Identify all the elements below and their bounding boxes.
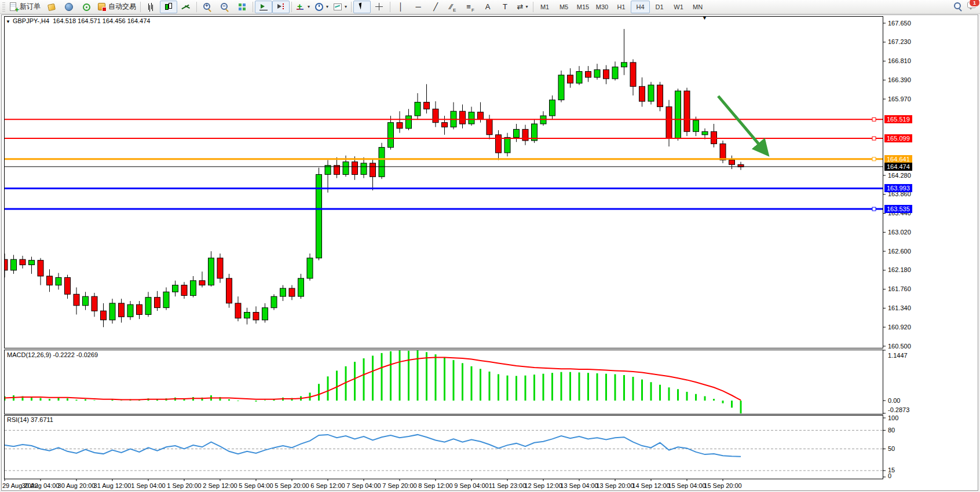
rsi-panel[interactable]: [5, 416, 883, 479]
date-label: 12 Sep 12:00: [524, 482, 562, 490]
date-label: 5 Sep 20:00: [275, 482, 309, 490]
date-label: 2 Sep 12:00: [203, 482, 237, 490]
price-tick-label: 162.600: [888, 248, 911, 255]
date-label: 30 Aug 04:00: [22, 482, 60, 490]
price-tick-label: 161.760: [888, 285, 911, 293]
macd-max-label: 1.1447: [888, 352, 908, 359]
date-label: 1 Sep 20:00: [167, 482, 201, 490]
rsi-tick-label: 100: [888, 414, 898, 422]
price-level-badge: 164.641: [884, 155, 912, 163]
date-label: 11 Sep 23:00: [489, 482, 526, 490]
date-label: 13 Sep 20:00: [596, 482, 634, 490]
macd-zero-label: 0.00: [888, 397, 900, 405]
price-tick-label: 164.280: [888, 172, 911, 179]
date-label: 14 Sep 12:00: [632, 482, 670, 490]
date-label: 15 Sep 04:00: [668, 482, 705, 490]
date-label: 5 Sep 04:00: [239, 482, 273, 490]
date-label: 15 Sep 20:00: [704, 482, 741, 490]
ohlc-values: 164.518 164.571 164.456 164.474: [53, 17, 150, 24]
rsi-indicator-label: RSI(14) 37.6711: [7, 416, 53, 424]
price-tick-label: 167.230: [888, 38, 911, 46]
date-label: 8 Sep 12:00: [418, 482, 452, 490]
date-label: 30 Aug 20:00: [58, 482, 96, 490]
current-price-badge: 164.474: [884, 163, 912, 171]
chart-canvas[interactable]: [0, 0, 980, 492]
date-label: 9 Sep 04:00: [454, 482, 488, 490]
macd-min-label: -0.2873: [888, 406, 909, 414]
pivot-line-handle[interactable]: [872, 157, 876, 161]
rsi-tick-label: 0: [888, 472, 891, 480]
price-tick-label: 166.810: [888, 57, 911, 65]
price-tick-label: 167.650: [888, 20, 911, 27]
date-label: 6 Sep 12:00: [310, 482, 345, 490]
price-level-badge: 163.993: [884, 184, 912, 192]
price-tick-label: 160.500: [888, 343, 911, 350]
symbol-title: GBPJPY-,H4: [13, 17, 49, 24]
price-tick-label: 166.390: [888, 76, 911, 84]
rsi-tick-label: 80: [888, 427, 895, 434]
price-tick-label: 162.180: [888, 266, 911, 274]
price-tick-label: 163.020: [888, 229, 911, 236]
price-level-badge: 163.535: [884, 205, 912, 213]
price-level-badge: 165.099: [884, 134, 912, 142]
date-label: 1 Sep 04:00: [131, 482, 165, 490]
price-level-badge: 165.519: [884, 115, 912, 123]
macd-indicator-label: MACD(12,26,9) -0.2222 -0.0269: [7, 351, 98, 359]
date-label: 13 Sep 04:00: [560, 482, 598, 490]
date-label: 31 Aug 12:00: [94, 482, 131, 490]
price-tick-label: 161.340: [888, 304, 911, 312]
price-tick-label: 160.920: [888, 324, 911, 331]
date-label: 7 Sep 04:00: [346, 482, 381, 490]
chart-shift-marker[interactable]: ▼: [702, 15, 707, 21]
date-label: 7 Sep 20:00: [382, 482, 416, 490]
resistance-line-1-handle[interactable]: [872, 118, 876, 121]
rsi-tick-label: 50: [888, 445, 895, 453]
chart-legend: ▼GBPJPY-,H4 164.518 164.571 164.456 164.…: [6, 17, 150, 25]
symbol-dropdown-icon[interactable]: ▼: [6, 19, 10, 24]
resistance-line-2-handle[interactable]: [872, 137, 876, 140]
mt4-terminal: 新订单自动交易+−▾▾▾│─╱∕∕E≡FAT⇄▾M1M5M15M30H1H4D1…: [0, 0, 980, 492]
price-tick-label: 165.970: [888, 96, 911, 103]
support-line-2-handle[interactable]: [872, 207, 876, 211]
main-chart-panel[interactable]: [5, 17, 883, 348]
